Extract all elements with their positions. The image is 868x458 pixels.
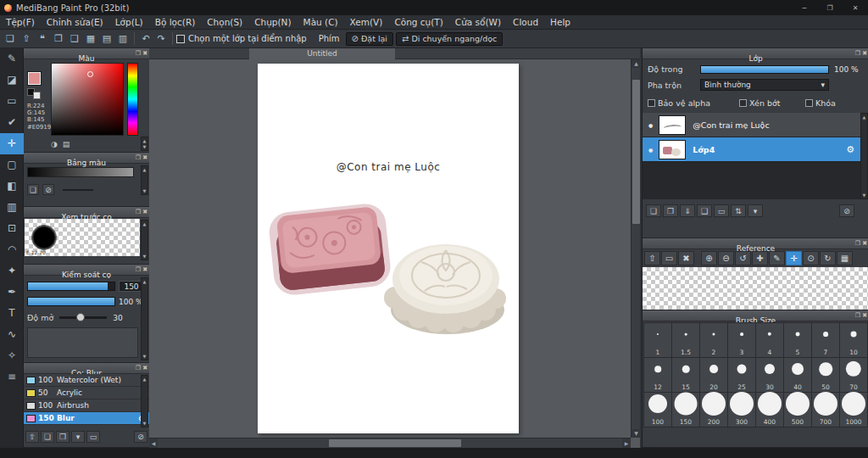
checkbox-box[interactable] [648,99,655,107]
scroll-up-icon[interactable]: ▲ [142,221,147,227]
panel-close-icon[interactable]: ✖ [862,311,867,321]
scroll-up-icon[interactable]: ▲ [142,278,147,285]
color-panel-header[interactable]: Màu ❐✖ [24,48,149,59]
maximize-icon[interactable]: ❐ [817,0,843,15]
protect-alpha-checkbox[interactable]: Bảo vệ alpha [648,98,739,108]
reference-content[interactable] [643,267,868,310]
panel-close-icon[interactable]: ✖ [142,364,147,373]
brush-size-cell[interactable]: 7 [812,323,839,357]
panel-close-icon[interactable]: ✖ [862,49,867,59]
duplicate-layer-icon[interactable]: ❐ [663,204,678,217]
menu-item[interactable]: Cửa sổ(W) [449,15,507,30]
export-icon[interactable]: ⇧ [19,31,34,46]
brush-size-cell[interactable]: 4 [756,323,783,357]
softness-slider[interactable] [59,316,107,319]
brush-list-item[interactable]: 100Airbrush [24,399,149,412]
redo-icon[interactable]: ↷ [153,31,169,46]
panel-close-icon[interactable]: ✖ [862,239,867,249]
brush-size-cell[interactable]: 50 [812,358,839,392]
brush-size-cell[interactable]: 300 [728,393,755,427]
scroll-right-icon[interactable]: ▶ [622,438,631,448]
comment-icon[interactable]: ❝ [35,31,50,46]
eraser-tool[interactable]: ◪ [0,70,24,91]
scroll-down-icon[interactable]: ▼ [142,253,147,260]
move-tool[interactable]: ✛ [0,133,24,154]
scroll-down-icon[interactable]: ▼ [142,353,147,360]
layer-visibility-toggle[interactable]: ● [648,122,653,128]
brush-size-cell[interactable]: 400 [756,393,783,427]
select-pen-tool[interactable]: ✒ [0,282,24,303]
checkbox-box[interactable] [805,99,813,107]
crosshair-icon[interactable]: ⊙ [803,251,819,265]
layer-list-scrollbar[interactable]: ▲ ▼ [860,113,868,199]
merge-layer-icon[interactable]: ⇓ [680,204,695,217]
canvas-page[interactable]: @Con trai mẹ Luộc [258,64,519,433]
panel-float-icon[interactable]: ❐ [136,49,141,59]
brush-size-cell[interactable]: 10 [840,323,867,357]
scroll-down-icon[interactable]: ▼ [142,420,147,427]
palette-panel-header[interactable]: Bảng màu ❐✖ [24,153,149,164]
layer-folder-icon[interactable]: ▭ [714,204,729,217]
rotate-icon[interactable]: ↻ [820,251,836,265]
menu-item[interactable]: Chọn(S) [201,15,248,30]
new-layer-icon[interactable]: ❏ [646,204,661,217]
brush-size-slider[interactable] [27,282,115,291]
menu-item[interactable]: Chỉnh sửa(E) [41,15,109,30]
brush-list-scrollbar[interactable]: ▲ ▼ [141,375,148,427]
add-swatch-icon[interactable]: ❏ [27,184,39,195]
brush-size-cell[interactable]: 2 [700,323,727,357]
palette-scrollbar[interactable]: ▲ ▼ [141,165,148,195]
layer-opacity-slider[interactable] [700,65,829,74]
preview-scrollbar[interactable]: ▲ ▼ [141,220,148,260]
scroll-up-icon[interactable]: ▲ [861,114,867,120]
brush-size-cell[interactable]: 15 [672,358,699,392]
canvas-tab[interactable]: Untitled [249,48,395,59]
brush-list-item[interactable]: 150Blur⚙ [24,412,149,425]
clipping-checkbox[interactable]: Xén bớt [739,98,805,108]
layer-menu-icon[interactable]: ▾ [748,204,763,217]
brush-size-cell[interactable]: 100 [644,393,671,427]
menu-item[interactable]: Xem(V) [344,15,389,30]
eyedropper-tool[interactable]: ✧ [0,345,24,366]
panel-float-icon[interactable]: ❐ [136,364,141,373]
canvas-viewport[interactable]: @Con trai mẹ Luộc [149,59,631,438]
grid-icon[interactable]: ▦ [837,251,853,265]
saturation-value-picker[interactable] [51,63,124,136]
reference-panel-header[interactable]: Reference ❐✖ [643,238,868,249]
move-direction-button[interactable]: ⇄ Di chuyển ngang/dọc [396,32,503,46]
hue-slider[interactable] [127,63,138,136]
copy-icon[interactable]: ❐ [51,31,66,46]
list-icon[interactable]: ▥ [115,31,131,46]
duplicate-brush-icon[interactable]: ❐ [56,431,70,443]
delete-brush-icon[interactable]: ⊘ [134,431,147,443]
scroll-down-icon[interactable]: ▼ [861,192,867,198]
checkbox-box[interactable] [739,99,747,107]
panel-close-icon[interactable]: ✖ [142,208,147,217]
scroll-up-icon[interactable]: ▲ [142,376,147,383]
menu-item[interactable]: Bộ lọc(R) [149,15,202,30]
layer-visibility-toggle[interactable]: ● [648,147,653,153]
horizontal-scrollbar[interactable]: ◀ ▶ [149,438,631,448]
brush-size-cell[interactable]: 150 [672,393,699,427]
pin-icon[interactable]: ✚ [752,251,768,265]
scroll-left-icon[interactable]: ◀ [149,438,158,448]
menu-item[interactable]: Tệp(F) [0,15,41,30]
panel-close-icon[interactable]: ✖ [142,154,147,163]
layer-panel-header[interactable]: Lớp ❐✖ [643,48,868,59]
scroll-down-icon[interactable]: ▼ [632,429,641,438]
text-tool[interactable]: T [0,303,24,324]
brush-preview-header[interactable]: Xem trước cọ ❐✖ [24,207,149,218]
operation-tool[interactable]: ✔ [0,112,24,133]
brush-size-cell[interactable]: 20 [700,358,727,392]
transparent-color-swatch[interactable] [33,92,41,99]
blend-mode-dropdown[interactable]: Bình thường ▾ [700,79,829,91]
pencil-icon[interactable]: ✎ [769,251,785,265]
undo-icon[interactable]: ↶ [138,31,153,46]
brush-size-cell[interactable]: 700 [812,393,839,427]
magic-wand-tool[interactable]: ✦ [0,260,24,282]
panel-float-icon[interactable]: ❐ [136,208,141,217]
reset-button[interactable]: ⊘ Đặt lại [346,32,393,46]
brush-size-cell[interactable]: 200 [700,393,727,427]
brush-size-header[interactable]: Brush Size ❐✖ [643,310,868,321]
lock-checkbox[interactable]: Khóa [805,98,836,108]
